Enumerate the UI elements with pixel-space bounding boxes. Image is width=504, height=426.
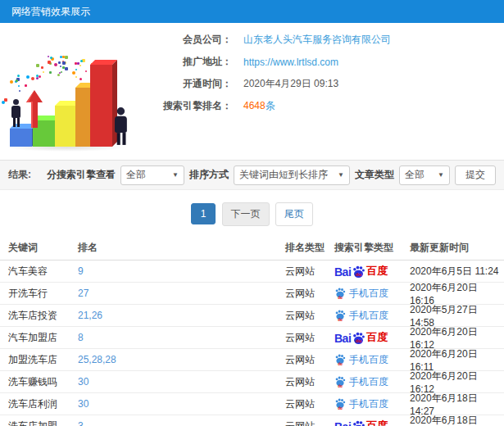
rank-type-cell: 云网站 [285, 331, 334, 345]
clipart-bar [90, 65, 112, 147]
baidu-mobile-logo: du 手机百度 [334, 375, 388, 389]
company-info: 会员公司： 山东老人头汽车服务咨询有限公司 推广地址： https://www.… [135, 23, 391, 160]
open-time-value: 2020年4月29日 09:13 [243, 77, 338, 91]
promo-url-row: 推广地址： https://www.lrtlsd.com [135, 55, 391, 69]
baidu-logo-cn-text: 百度 [366, 330, 388, 345]
col-header-keyword: 关键词 [0, 241, 78, 255]
confetti-dot [18, 85, 20, 87]
engine-filter-value: 全部 [126, 168, 146, 182]
confetti-dot [39, 75, 41, 78]
rank-type-cell: 云网站 [285, 397, 334, 411]
svg-text:du: du [356, 272, 362, 277]
baidu-mobile-logo: du 手机百度 [334, 397, 388, 411]
keyword-cell: 加盟洗车店 [0, 353, 78, 367]
next-page-button[interactable]: 下一页 [222, 202, 270, 226]
keyword-cell: 开洗车行 [0, 287, 78, 301]
rank-link[interactable]: 25,28,28 [78, 354, 285, 365]
open-time-row: 开通时间： 2020年4月29日 09:13 [135, 77, 391, 91]
sort-filter-select[interactable]: 关键词由短到长排序 ▼ [234, 165, 350, 185]
confetti-dot [79, 78, 82, 80]
confetti-dot [60, 56, 62, 58]
baidu-pc-logo: Bai du 百度 [334, 330, 388, 345]
confetti-dot [50, 57, 52, 59]
confetti-dot [62, 61, 66, 65]
member-company-link[interactable]: 山东老人头汽车服务咨询有限公司 [243, 33, 391, 47]
keyword-cell: 洗车赚钱吗 [0, 375, 78, 389]
businessman-right [115, 107, 127, 145]
baidu-logo-cn-text: 百度 [366, 419, 388, 426]
svg-text:du: du [356, 338, 362, 343]
bar-chart-clipart [0, 23, 135, 158]
engine-filter-label: 分搜索引擎查看 [47, 168, 116, 182]
baidu-mobile-label: 手机百度 [349, 397, 388, 411]
table-row: 开洗车行 27 云网站 du 手机百度 2020年6月20日 16:16 [0, 283, 504, 305]
update-time-cell: 2020年6月5日 11:24 [410, 265, 504, 279]
confetti-dot [41, 66, 43, 69]
rank-link[interactable]: 3 [78, 420, 285, 426]
baidu-paw-icon: du [334, 310, 346, 322]
table-row: 洗车赚钱吗 30 云网站 du 手机百度 2020年6月20日 16:12 [0, 371, 504, 393]
baidu-pc-logo: Bai du 百度 [334, 264, 388, 279]
confetti-dot [36, 77, 39, 79]
rank-link[interactable]: 8 [78, 332, 285, 343]
confetti-dot [62, 56, 65, 58]
submit-button[interactable]: 提交 [455, 165, 496, 185]
engine-rank-count-label: 搜索引擎排名： [135, 99, 232, 113]
baidu-paw-icon: du [352, 332, 366, 345]
table-row: 汽车美容 9 云网站 Bai du 百度 2020年6月5日 11:24 [0, 261, 504, 283]
baidu-paw-icon: du [352, 420, 366, 426]
engine-type-cell: du 手机百度 [334, 397, 410, 411]
rank-type-cell: 云网站 [285, 309, 334, 323]
pagination: 1 下一页 尾页 [0, 190, 504, 236]
article-type-label: 文章类型 [355, 168, 394, 182]
table-row: 洗车店加盟 3 云网站 Bai du 百度 2020年6月18日 14:30 [0, 415, 504, 426]
keyword-cell: 洗车店投资 [0, 309, 78, 323]
rank-link[interactable]: 21,26 [78, 310, 285, 321]
baidu-pc-logo: Bai du 百度 [334, 419, 388, 426]
table-row: 洗车店投资 21,26 云网站 du 手机百度 2020年5月27日 14:58 [0, 305, 504, 327]
promo-url-link[interactable]: https://www.lrtlsd.com [243, 57, 338, 68]
rank-type-cell: 云网站 [285, 375, 334, 389]
baidu-logo-bai-text: Bai [334, 265, 351, 279]
confetti-dot [77, 62, 79, 65]
baidu-paw-icon: du [334, 288, 346, 300]
keyword-cell: 汽车美容 [0, 265, 78, 279]
chevron-down-icon: ▼ [438, 171, 444, 179]
sort-filter-label: 排序方式 [189, 168, 229, 182]
baidu-logo-bai-text: Bai [334, 332, 351, 345]
table-row: 加盟洗车店 25,28,28 云网站 du 手机百度 2020年6月20日 16… [0, 349, 504, 371]
rank-type-cell: 云网站 [285, 419, 334, 426]
svg-text:du: du [338, 296, 343, 300]
engine-type-cell: du 手机百度 [334, 309, 410, 323]
article-type-select[interactable]: 全部 ▼ [399, 165, 450, 185]
rank-type-cell: 云网站 [285, 287, 334, 301]
results-table: 关键词 排名 排名类型 搜索引擎类型 最新更新时间 汽车美容 9 云网站 Bai… [0, 236, 504, 426]
confetti-dot [61, 71, 62, 73]
baidu-logo-cn-text: 百度 [366, 264, 388, 279]
confetti-dot [57, 74, 60, 76]
page-title: 网络营销效果展示 [11, 6, 90, 17]
rank-link[interactable]: 9 [78, 265, 285, 277]
last-page-button[interactable]: 尾页 [275, 202, 313, 226]
clipart-bar [55, 106, 77, 147]
col-header-update-time: 最新更新时间 [410, 241, 504, 255]
update-time-cell: 2020年6月18日 14:30 [410, 414, 504, 426]
baidu-mobile-label: 手机百度 [349, 309, 388, 323]
svg-text:du: du [338, 318, 343, 322]
keyword-cell: 汽车加盟店 [0, 331, 78, 345]
confetti-dot [25, 84, 27, 87]
rank-link[interactable]: 27 [78, 288, 285, 299]
confetti-dot [19, 90, 20, 92]
engine-filter-select[interactable]: 全部 ▼ [120, 165, 184, 185]
info-section: 会员公司： 山东老人头汽车服务咨询有限公司 推广地址： https://www.… [0, 23, 504, 160]
svg-text:du: du [338, 362, 343, 366]
rank-link[interactable]: 30 [78, 376, 285, 387]
baidu-mobile-label: 手机百度 [349, 287, 388, 301]
rank-type-cell: 云网站 [285, 353, 334, 367]
baidu-mobile-logo: du 手机百度 [334, 309, 388, 323]
confetti-dot [10, 80, 13, 84]
rank-link[interactable]: 30 [78, 398, 285, 410]
engine-type-cell: du 手机百度 [334, 353, 410, 367]
page-1-button[interactable]: 1 [191, 203, 216, 224]
confetti-dot [17, 75, 20, 77]
